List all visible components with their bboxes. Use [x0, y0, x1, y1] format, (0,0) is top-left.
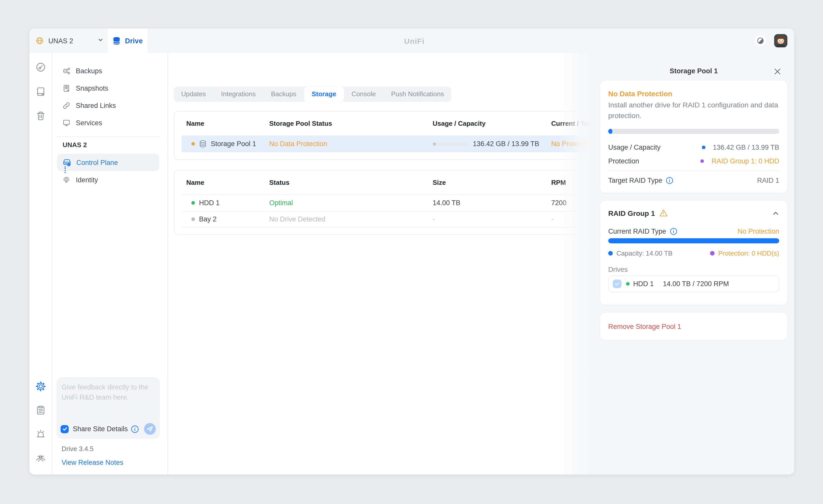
usage-capacity-value: 136.42 GB / 13.99 TB [696, 143, 779, 151]
page: UNAS 2 Drive UniFi [0, 0, 823, 504]
column-header-name: Name [186, 179, 269, 186]
app-window: UNAS 2 Drive UniFi [29, 28, 794, 475]
drive-status: Optimal [269, 199, 433, 207]
column-header-status: Status [269, 179, 433, 186]
status-dot [191, 218, 195, 221]
avatar[interactable] [774, 34, 787, 47]
tab-push-notifications[interactable]: Push Notifications [383, 87, 452, 102]
tab-backups[interactable]: Backups [264, 87, 304, 102]
drive-name: Bay 2 [199, 216, 216, 223]
pool-status: No Data Protection [269, 140, 433, 148]
current-raid-label-wrap: Current RAID Type [608, 227, 677, 235]
status-dot [191, 142, 195, 146]
target-raid-value: RAID 1 [757, 176, 779, 184]
current-raid-label: Current RAID Type [608, 227, 666, 235]
icon-rail [29, 53, 52, 475]
usage-capacity-label: Usage / Capacity [608, 143, 661, 151]
control-plane-icon [62, 158, 71, 167]
capacity-dot [702, 145, 705, 149]
sidebar-nav: Backups Snapshots Shared Links Services … [52, 53, 167, 187]
console-switcher[interactable]: UNAS 2 [29, 28, 73, 53]
unifi-logo: UniFi [404, 28, 425, 53]
drive-tab-label: Drive [125, 37, 143, 45]
feedback-box[interactable]: Give feedback directly to the UniFi R&D … [56, 377, 160, 439]
pool-name-cell: Storage Pool 1 [186, 140, 269, 148]
protection-value: RAID Group 1: 0 HDD [695, 157, 779, 165]
device-section-label: UNAS 2 [52, 141, 167, 150]
sidebar-item-label: Control Plane [76, 159, 118, 166]
current-raid-value: No Protection [737, 227, 779, 235]
drive-checkbox[interactable] [613, 280, 622, 288]
share-site-checkbox[interactable] [60, 425, 69, 433]
theme-icon [757, 37, 764, 44]
sidebar: Backups Snapshots Shared Links Services … [52, 53, 168, 475]
protection-row: Protection RAID Group 1: 0 HDD [608, 156, 779, 166]
users-icon[interactable] [36, 453, 46, 463]
drive-size: 14.00 TB [433, 199, 551, 207]
topbar-actions [755, 28, 787, 53]
snapshots-icon [62, 84, 70, 92]
drive-name-cell: Bay 2 [186, 216, 269, 223]
chevron-up-icon[interactable] [772, 209, 779, 217]
raid-drive-row[interactable]: HDD 1 14.00 TB / 7200 RPM [608, 276, 779, 292]
tab-drive[interactable]: Drive [108, 28, 148, 53]
tree-connector [65, 166, 66, 173]
drive-name-cell: HDD 1 [186, 199, 269, 207]
drawer-fade [558, 53, 594, 475]
status-dot [626, 282, 630, 286]
tab-updates[interactable]: Updates [174, 87, 213, 102]
protection-legend: Protection: 0 HDD(s) [710, 249, 779, 257]
send-feedback-button[interactable] [144, 423, 156, 435]
chevron-down-icon [98, 37, 103, 43]
tab-integrations[interactable]: Integrations [213, 87, 264, 102]
drive-spec: 14.00 TB / 7200 RPM [663, 280, 729, 288]
sidebar-item-snapshots[interactable]: Snapshots [52, 80, 167, 96]
theme-toggle-button[interactable] [755, 35, 766, 46]
info-icon[interactable] [666, 176, 674, 184]
pool-name: Storage Pool 1 [211, 140, 256, 148]
drawer-title: Storage Pool 1 [594, 67, 794, 75]
drives-label: Drives [608, 266, 779, 274]
target-raid-row: Target RAID Type RAID 1 [608, 175, 779, 185]
drive-size: - [433, 216, 551, 223]
alerts-icon[interactable] [36, 429, 46, 439]
sidebar-item-services[interactable]: Services [52, 115, 167, 130]
sidebar-item-label: Snapshots [76, 84, 109, 92]
sidebar-item-identity[interactable]: Identity [52, 172, 167, 187]
settings-icon[interactable] [36, 381, 46, 391]
dashboard-icon[interactable] [36, 62, 46, 72]
capacity-legend: Capacity: 14.00 TB [608, 249, 673, 257]
details-drawer: Storage Pool 1 No Data Protection Instal… [594, 53, 794, 475]
sidebar-item-backups[interactable]: Backups [52, 63, 167, 78]
topbar: UNAS 2 Drive UniFi [29, 28, 794, 53]
view-release-notes-link[interactable]: View Release Notes [61, 459, 124, 466]
tab-console[interactable]: Console [344, 87, 383, 102]
console-name: UNAS 2 [48, 37, 73, 44]
notes-icon[interactable] [36, 405, 46, 415]
raid-group-header[interactable]: RAID Group 1 [608, 209, 779, 217]
tab-storage[interactable]: Storage [304, 87, 344, 102]
remove-pool-button[interactable]: Remove Storage Pool 1 [608, 323, 681, 330]
settings-tabs: Updates Integrations Backups Storage Con… [174, 87, 452, 102]
drive-icon[interactable] [36, 87, 46, 97]
feedback-placeholder: Give feedback directly to the UniFi R&D … [61, 382, 155, 402]
monitor-icon [62, 119, 70, 127]
sidebar-item-control-plane[interactable]: Control Plane [57, 154, 159, 171]
sidebar-item-label: Identity [76, 176, 98, 183]
link-icon [62, 102, 70, 109]
column-header-usage: Usage / Capacity [433, 120, 551, 127]
info-icon[interactable] [131, 425, 139, 433]
sidebar-item-label: Backups [76, 67, 102, 74]
protection-dot [710, 251, 714, 255]
drive-name: HDD 1 [199, 199, 220, 207]
globe-icon [36, 37, 43, 44]
raid-group-card: RAID Group 1 Current RAID Type No Protec… [600, 201, 787, 305]
divider [608, 171, 779, 171]
raid-group-title: RAID Group 1 [608, 209, 655, 217]
info-icon[interactable] [670, 227, 677, 235]
usage-bar [433, 143, 469, 146]
warning-icon [659, 209, 668, 217]
sidebar-item-shared-links[interactable]: Shared Links [52, 98, 167, 113]
close-icon[interactable] [774, 68, 781, 75]
trash-icon[interactable] [36, 111, 46, 121]
